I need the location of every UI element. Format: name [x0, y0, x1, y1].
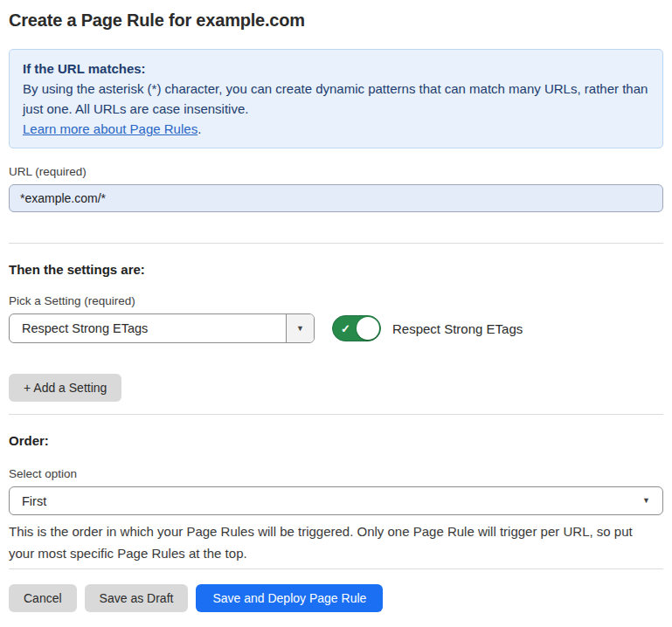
toggle-label: Respect Strong ETags	[392, 321, 523, 336]
pick-setting-label: Pick a Setting (required)	[9, 294, 663, 307]
cancel-button[interactable]: Cancel	[9, 584, 77, 612]
link-suffix: .	[197, 121, 201, 136]
order-help-text: This is the order in which your Page Rul…	[9, 520, 655, 564]
divider	[9, 568, 663, 569]
create-page-rule-form: Create a Page Rule for example.com If th…	[0, 0, 672, 612]
info-box-body: By using the asterisk (*) character, you…	[23, 79, 649, 119]
check-icon: ✓	[341, 322, 350, 335]
page-title: Create a Page Rule for example.com	[9, 10, 663, 31]
chevron-down-icon: ▼	[296, 325, 304, 333]
info-box-link-line: Learn more about Page Rules.	[23, 119, 649, 139]
settings-section-heading: Then the settings are:	[9, 262, 663, 277]
chevron-down-icon: ▼	[642, 497, 650, 505]
save-deploy-button[interactable]: Save and Deploy Page Rule	[196, 584, 383, 612]
etags-toggle[interactable]: ✓	[332, 315, 381, 341]
order-select[interactable]: First ▼	[9, 486, 663, 515]
order-select-value: First	[22, 494, 46, 508]
add-setting-wrap: + Add a Setting	[9, 374, 663, 402]
setting-row: Respect Strong ETags ▼ ✓ Respect Strong …	[9, 314, 663, 343]
info-box-heading: If the URL matches:	[23, 59, 649, 79]
footer-actions: Cancel Save as Draft Save and Deploy Pag…	[9, 584, 663, 612]
toggle-knob	[357, 317, 379, 340]
add-setting-button[interactable]: + Add a Setting	[9, 374, 121, 402]
url-input[interactable]	[9, 184, 663, 212]
save-draft-button[interactable]: Save as Draft	[85, 584, 189, 612]
divider	[9, 414, 663, 415]
setting-select[interactable]: Respect Strong ETags ▼	[9, 314, 315, 343]
setting-select-value: Respect Strong ETags	[10, 314, 286, 342]
setting-select-arrow-button[interactable]: ▼	[286, 314, 314, 342]
order-select-label: Select option	[9, 467, 663, 480]
learn-more-link[interactable]: Learn more about Page Rules	[23, 121, 197, 136]
order-section-heading: Order:	[9, 433, 663, 448]
url-match-info-box: If the URL matches: By using the asteris…	[9, 49, 663, 148]
url-field-label: URL (required)	[9, 165, 663, 178]
divider	[9, 243, 663, 244]
